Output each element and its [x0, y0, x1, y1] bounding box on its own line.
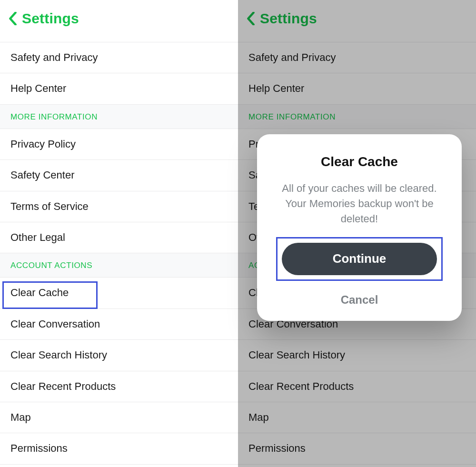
row-clear-search-history[interactable]: Clear Search History	[238, 340, 476, 371]
modal-body: All of your caches will be cleared. Your…	[273, 181, 446, 227]
page-title: Settings	[260, 10, 317, 27]
row-privacy-policy[interactable]: Privacy Policy	[0, 129, 238, 160]
row-label: Safety Center	[10, 169, 75, 181]
row-label: Map	[10, 411, 31, 423]
page-title: Settings	[22, 10, 79, 27]
section-more-information: MORE INFORMATION	[0, 105, 238, 129]
row-clear-cache[interactable]: Clear Cache	[0, 278, 238, 308]
section-account-actions: ACCOUNT ACTIONS	[0, 253, 238, 278]
row-map[interactable]: Map	[0, 402, 238, 433]
row-permissions[interactable]: Permissions	[238, 433, 476, 464]
row-label: Clear Cache	[10, 287, 69, 298]
row-clear-conversation[interactable]: Clear Conversation	[0, 309, 238, 340]
row-label: Clear Conversation	[10, 318, 100, 330]
row-label: Terms of Service	[10, 200, 89, 212]
row-safety-privacy[interactable]: Safety and Privacy	[0, 42, 238, 73]
row-clear-recent-products[interactable]: Clear Recent Products	[0, 371, 238, 402]
clear-cache-modal: Clear Cache All of your caches will be c…	[257, 134, 462, 321]
row-safety-center[interactable]: Safety Center	[0, 160, 238, 191]
settings-screen-left: Settings Safety and Privacy Help Center …	[0, 0, 238, 467]
back-icon[interactable]	[9, 12, 17, 25]
modal-title: Clear Cache	[273, 154, 446, 169]
row-help-center[interactable]: Help Center	[238, 73, 476, 104]
row-label: Other Legal	[10, 231, 65, 243]
row-label: Clear Recent Products	[10, 380, 116, 392]
row-terms-of-service[interactable]: Terms of Service	[0, 191, 238, 222]
row-label: Safety and Privacy	[10, 51, 98, 63]
row-label: Permissions	[10, 442, 68, 454]
row-label: Permissions	[248, 442, 306, 454]
back-icon[interactable]	[247, 12, 255, 25]
row-permissions[interactable]: Permissions	[0, 433, 238, 464]
row-label: Clear Search History	[248, 349, 345, 361]
header: Settings	[0, 0, 238, 42]
row-label: Clear Search History	[10, 349, 107, 361]
continue-button[interactable]: Continue	[282, 243, 437, 275]
row-other-legal[interactable]: Other Legal	[0, 222, 238, 253]
row-label: Privacy Policy	[10, 138, 76, 150]
row-clear-search-history[interactable]: Clear Search History	[0, 340, 238, 371]
row-clear-recent-products[interactable]: Clear Recent Products	[238, 371, 476, 402]
row-help-center[interactable]: Help Center	[0, 73, 238, 104]
row-safety-privacy[interactable]: Safety and Privacy	[238, 42, 476, 73]
row-label: Help Center	[10, 82, 66, 94]
row-label: Help Center	[248, 82, 304, 94]
row-label: Clear Recent Products	[248, 380, 354, 392]
row-label: Map	[248, 411, 269, 423]
settings-screen-right: Settings Safety and Privacy Help Center …	[238, 0, 476, 467]
row-map[interactable]: Map	[238, 402, 476, 433]
cancel-button[interactable]: Cancel	[273, 293, 446, 307]
section-more-information: MORE INFORMATION	[238, 105, 476, 129]
header: Settings	[238, 0, 476, 42]
row-label: Safety and Privacy	[248, 51, 336, 63]
